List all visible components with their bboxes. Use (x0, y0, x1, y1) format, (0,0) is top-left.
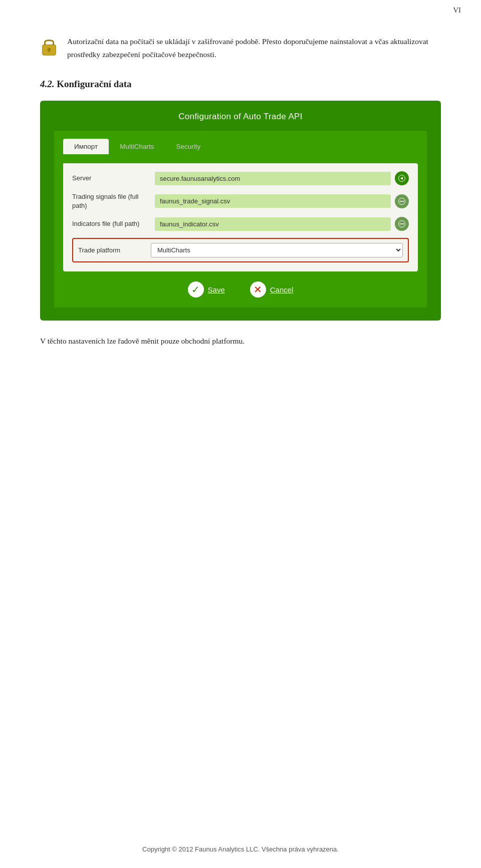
dialog-inner: Импорт MultiCharts Security Server (54, 131, 427, 308)
svg-point-6 (400, 200, 401, 201)
signals-label: Trading signals file (full path) (72, 192, 150, 210)
dialog-container: Configuration of Auto Trade API Импорт M… (40, 101, 441, 321)
server-label: Server (72, 174, 150, 183)
tab-multicharts[interactable]: MultiCharts (109, 139, 165, 154)
dots-icon (398, 198, 405, 205)
tab-import[interactable]: Импорт (63, 139, 109, 154)
server-row: Server (72, 171, 409, 185)
server-field-wrap (155, 171, 409, 185)
indicators-input[interactable] (155, 217, 391, 231)
signals-row: Trading signals file (full path) (72, 192, 409, 210)
indicators-dots-icon (398, 220, 405, 227)
intro-text: Autorizační data na počítači se ukládají… (67, 35, 441, 61)
cancel-button[interactable]: ✕ Cancel (250, 281, 294, 298)
arrow-left-icon (398, 175, 405, 182)
svg-point-7 (401, 200, 402, 201)
server-action-button[interactable] (395, 171, 409, 185)
save-button[interactable]: ✓ Save (188, 281, 225, 298)
section-heading: 4.2. Konfigurační data (40, 79, 441, 90)
signals-action-button[interactable] (395, 194, 409, 208)
page-number: VI (453, 6, 461, 15)
page-footer: Copyright © 2012 Faunus Analytics LLC. V… (0, 845, 481, 853)
form-area: Server Trading signals file (full pat (63, 163, 418, 271)
tabs-row: Импорт MultiCharts Security (63, 139, 418, 154)
indicators-label: Indicators file (full path) (72, 219, 150, 228)
cancel-x-icon: ✕ (250, 281, 266, 298)
tab-security[interactable]: Security (165, 139, 211, 154)
svg-point-12 (403, 223, 404, 224)
lock-icon-wrap (40, 36, 58, 59)
save-label: Save (208, 285, 225, 294)
svg-point-10 (400, 223, 401, 224)
indicators-action-button[interactable] (395, 217, 409, 231)
indicators-row: Indicators file (full path) (72, 217, 409, 231)
dialog-title: Configuration of Auto Trade API (54, 112, 427, 122)
action-row: ✓ Save ✕ Cancel (63, 281, 418, 298)
svg-point-11 (401, 223, 402, 224)
server-input[interactable] (155, 172, 391, 185)
trade-platform-label: Trade platform (78, 246, 146, 254)
section-title: Konfigurační data (57, 79, 131, 89)
lock-icon (40, 36, 58, 57)
cancel-label: Cancel (270, 285, 294, 294)
trade-platform-select[interactable]: MultiCharts MetaTrader (151, 243, 403, 257)
indicators-field-wrap (155, 217, 409, 231)
save-check-icon: ✓ (188, 281, 204, 298)
signals-field-wrap (155, 194, 409, 208)
svg-marker-4 (400, 177, 403, 180)
svg-point-8 (403, 200, 404, 201)
footer-note: V těchto nastaveních lze řadově měnit po… (40, 337, 441, 346)
svg-rect-2 (49, 50, 50, 53)
intro-section: Autorizační data na počítači se ukládají… (40, 35, 441, 61)
signals-input[interactable] (155, 194, 391, 208)
section-number: 4.2. (40, 79, 55, 89)
trade-platform-row: Trade platform MultiCharts MetaTrader (72, 238, 409, 262)
